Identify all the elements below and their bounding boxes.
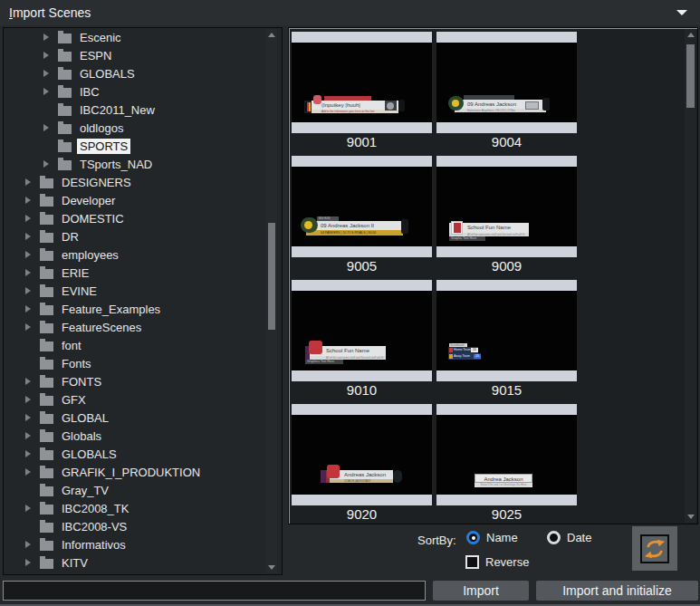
import-and-initialize-button[interactable]: Import and initialize [536, 581, 698, 601]
radio-icon[interactable] [547, 531, 561, 544]
triangle-glyph [43, 88, 49, 95]
expand-arrow-icon[interactable] [25, 269, 40, 276]
scene-thumbnail[interactable]: Andrea JacksonShow Title and / or Greeti… [436, 404, 577, 523]
tree-item[interactable]: Gray_TV [4, 481, 282, 499]
thumbnails-scrollbar[interactable] [685, 29, 696, 523]
triangle-glyph [25, 251, 31, 258]
expand-arrow-icon[interactable] [43, 34, 58, 41]
tree-scrollbar-thumb[interactable] [268, 223, 275, 330]
expand-arrow-icon[interactable] [25, 559, 40, 566]
reverse-checkbox[interactable]: Reverse [465, 555, 529, 569]
tree-item[interactable]: KITV [4, 553, 282, 572]
tree-item[interactable]: EVINE [4, 282, 282, 300]
tree-item[interactable]: IBC2011_New [4, 101, 282, 119]
tree-item[interactable]: FONTS [4, 372, 282, 390]
triangle-glyph [25, 215, 31, 222]
tree-item[interactable]: FeatureScenes [4, 318, 282, 336]
expand-arrow-icon[interactable] [25, 287, 40, 294]
import-path-input[interactable] [3, 581, 426, 601]
scene-thumbnail[interactable]: (Inputkey |huuh|Add in the information g… [292, 32, 432, 151]
sort-date-radio[interactable]: Date [547, 531, 591, 544]
tree-item[interactable]: Developer [4, 191, 282, 209]
expand-arrow-icon[interactable] [25, 323, 40, 331]
expand-arrow-icon[interactable] [25, 378, 40, 385]
scene-thumbnail[interactable]: School Fun NameAll of the awesome stuff … [436, 156, 577, 275]
scroll-up-icon[interactable] [268, 33, 275, 37]
scene-thumbnail[interactable]: ScoreboardHome Team20Away Team259015 [436, 280, 577, 399]
tree-item[interactable]: GRAFIK_I_PRODUKTION [4, 463, 282, 481]
chevron-down-icon[interactable] [676, 10, 687, 15]
expand-arrow-icon[interactable] [43, 124, 58, 131]
tree-item[interactable]: DR [4, 227, 282, 245]
scroll-down-icon[interactable] [268, 565, 275, 570]
triangle-glyph [25, 233, 31, 240]
expand-arrow-icon[interactable] [25, 505, 40, 512]
tree-item[interactable]: GLOBALS [4, 445, 282, 463]
tree-item[interactable]: IBC2008-VS [4, 517, 282, 535]
expand-arrow-icon[interactable] [25, 541, 40, 548]
banner-part: 20 [471, 348, 478, 352]
expand-arrow-icon[interactable] [25, 178, 40, 186]
scene-image: School Fun NameAll of the awesome stuff … [436, 156, 577, 257]
tree-item[interactable]: ERIE [4, 264, 282, 282]
tree-item[interactable]: font [4, 336, 282, 354]
banner-part: 04 PANKERS | 10-75 S:RIVALS | 84.00 [306, 230, 403, 236]
scene-thumbnail[interactable]: Andreas JacksonCOACH | ASSISTANT9020 [292, 404, 432, 523]
folder-icon [40, 178, 53, 188]
expand-arrow-icon[interactable] [25, 432, 40, 439]
scroll-down-icon[interactable] [687, 515, 695, 519]
expand-arrow-icon[interactable] [25, 396, 40, 403]
sortby-label: SortBy: [417, 534, 456, 547]
filmstrip-bar [436, 370, 577, 381]
expand-arrow-icon[interactable] [25, 197, 40, 204]
scene-thumbnail[interactable]: School Fun NameAll of the awesome stuff … [292, 280, 432, 399]
scene-thumbnail[interactable]: BIG RUN09 Andreas Jackson II04 PANKERS |… [292, 156, 432, 275]
expand-arrow-icon[interactable] [25, 215, 40, 222]
tree-item[interactable]: IBC [4, 82, 282, 101]
expand-arrow-icon[interactable] [43, 70, 58, 77]
import-button[interactable]: Import [433, 581, 529, 601]
radio-icon[interactable] [466, 531, 480, 544]
folder-icon [58, 142, 72, 152]
tree-item[interactable]: oldlogos [4, 119, 282, 137]
expand-arrow-icon[interactable] [43, 52, 58, 59]
expand-arrow-icon[interactable] [25, 233, 40, 240]
banner-part [525, 101, 539, 110]
tree-item[interactable]: employees [4, 245, 282, 264]
tree-item[interactable]: ESPN [4, 46, 282, 64]
tree-item[interactable]: Feature_Examples [4, 300, 282, 318]
tree-item[interactable]: Fonts [4, 354, 282, 372]
expand-arrow-icon[interactable] [25, 414, 40, 421]
tree-item[interactable]: Escenic [4, 28, 282, 46]
tree-item[interactable]: SPORTS [4, 137, 282, 155]
sort-name-radio[interactable]: Name [466, 531, 518, 544]
tree-item[interactable]: DESIGNERS [4, 173, 282, 191]
refresh-icon [640, 534, 669, 563]
scene-id-label: 9001 [292, 133, 432, 151]
expand-arrow-icon[interactable] [25, 251, 40, 258]
refresh-button[interactable] [632, 526, 677, 571]
banner-part [449, 354, 453, 359]
tree-item[interactable]: DOMESTIC [4, 209, 282, 227]
checkbox-icon[interactable] [465, 555, 479, 569]
expand-arrow-icon[interactable] [25, 305, 40, 313]
thumbnails-scrollbar-thumb[interactable] [686, 44, 695, 108]
folder-icon [40, 432, 53, 442]
tree-item[interactable]: GLOBALS [4, 64, 282, 82]
tree-item[interactable]: Informativos [4, 535, 282, 553]
expand-arrow-icon[interactable] [43, 160, 58, 168]
tree-item[interactable]: Globals [4, 427, 282, 445]
folder-icon [40, 215, 53, 225]
tree-item[interactable]: GLOBAL [4, 409, 282, 427]
expand-arrow-icon[interactable] [25, 468, 40, 476]
scene-thumbnail[interactable]: 09 Andreas JacksonHometown: Anywhere, ON… [436, 32, 577, 151]
expand-arrow-icon[interactable] [43, 88, 58, 95]
tree-item[interactable]: GFX [4, 390, 282, 409]
triangle-glyph [25, 197, 31, 204]
tree-item[interactable]: IBC2008_TK [4, 499, 282, 517]
expand-arrow-icon[interactable] [25, 450, 40, 457]
tree-item[interactable]: TSports_NAD [4, 155, 282, 173]
tree-scrollbar[interactable] [266, 29, 277, 573]
scroll-up-icon[interactable] [687, 33, 695, 37]
folder-icon [40, 251, 53, 261]
